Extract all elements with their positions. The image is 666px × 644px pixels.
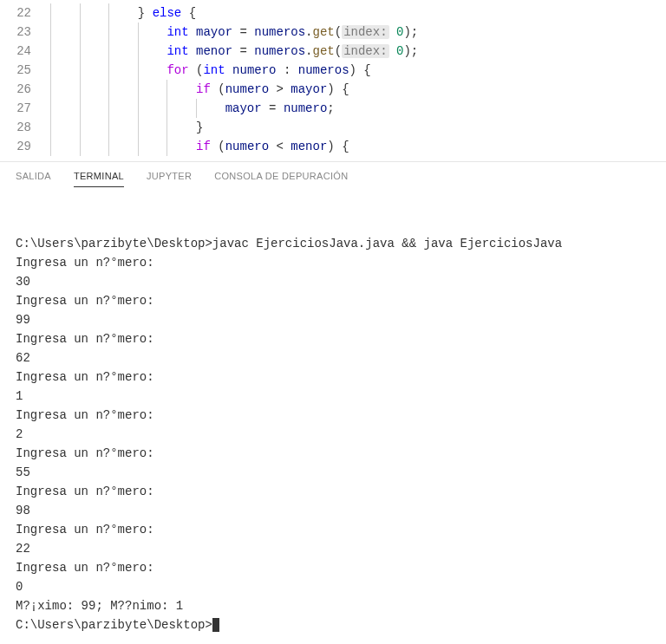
- terminal-cursor: [212, 618, 219, 632]
- line-number: 28: [0, 118, 50, 137]
- token-type: int: [166, 44, 188, 58]
- panel-tab-terminal[interactable]: TERMINAL: [74, 171, 124, 187]
- token-tx: =: [232, 44, 254, 58]
- terminal-line: 0: [16, 577, 650, 596]
- line-number: 27: [0, 99, 50, 118]
- line-number: 22: [0, 3, 50, 23]
- terminal-line: 22: [16, 539, 650, 558]
- token-type: int: [203, 63, 225, 77]
- terminal-output[interactable]: C:\Users\parzibyte\Desktop>javac Ejercic…: [0, 187, 666, 643]
- token-var: numero: [225, 140, 269, 153]
- code-content[interactable]: int mayor = numeros.get(index: 0);: [50, 23, 666, 42]
- token-else: else: [153, 6, 182, 20]
- terminal-line: Ingresa un n?°mero:: [16, 253, 650, 272]
- token-tx: [389, 44, 396, 58]
- token-br: }: [196, 120, 203, 134]
- terminal-line: Ingresa un n?°mero:: [16, 444, 650, 463]
- code-line[interactable]: 23 int mayor = numeros.get(index: 0);: [0, 23, 666, 42]
- token-var: numeros: [254, 25, 305, 39]
- token-tx: [189, 25, 196, 39]
- code-content[interactable]: if (numero > mayor) {: [50, 80, 666, 99]
- terminal-line: 1: [16, 387, 650, 406]
- token-var: numero: [284, 101, 327, 115]
- code-line[interactable]: 25 for (int numero : numeros) {: [0, 61, 666, 80]
- panel-tab-consola-de-depuración[interactable]: CONSOLA DE DEPURACIÓN: [214, 171, 348, 187]
- code-line[interactable]: 28 }: [0, 118, 666, 137]
- token-if: if: [196, 140, 211, 153]
- code-content[interactable]: }: [50, 118, 666, 137]
- token-var: numero: [232, 63, 276, 77]
- panel-tab-jupyter[interactable]: JUPYTER: [147, 171, 192, 187]
- token-tx: (: [335, 44, 342, 58]
- token-tx: [189, 44, 196, 58]
- terminal-prompt: C:\Users\parzibyte\Desktop>: [16, 618, 212, 632]
- terminal-line: 98: [16, 501, 650, 520]
- token-tx: :: [277, 63, 298, 77]
- terminal-line: Ingresa un n?°mero:: [16, 368, 650, 387]
- line-number: 25: [0, 61, 50, 80]
- token-tx: ) {: [327, 82, 349, 96]
- code-content[interactable]: if (numero < menor) {: [50, 137, 666, 156]
- code-line[interactable]: 22 } else {: [0, 3, 666, 23]
- token-br: }: [138, 6, 153, 20]
- line-number: 24: [0, 42, 50, 61]
- token-var: menor: [291, 140, 327, 153]
- code-content[interactable]: for (int numero : numeros) {: [50, 61, 666, 80]
- token-tx: );: [403, 25, 418, 39]
- token-tx: (: [335, 25, 342, 39]
- terminal-line: Ingresa un n?°mero:: [16, 520, 650, 539]
- terminal-line: M?¡ximo: 99; M??nimo: 1: [16, 596, 650, 615]
- terminal-prompt-line[interactable]: C:\Users\parzibyte\Desktop>: [16, 615, 650, 634]
- panel-tabs: SALIDATERMINALJUPYTERCONSOLA DE DEPURACI…: [0, 161, 666, 187]
- token-tx: [225, 63, 232, 77]
- token-var: mayor: [225, 101, 262, 115]
- token-tx: .: [305, 44, 312, 58]
- token-tx: ) {: [349, 63, 371, 77]
- token-tx: (: [211, 140, 225, 153]
- token-tx: <: [269, 140, 291, 153]
- token-tx: =: [232, 25, 254, 39]
- token-hint: index:: [342, 44, 388, 58]
- terminal-line: 30: [16, 272, 650, 291]
- code-line[interactable]: 29 if (numero < menor) {: [0, 137, 666, 156]
- token-hint: index:: [342, 25, 388, 39]
- code-editor[interactable]: 22 } else {23 int mayor = numeros.get(in…: [0, 0, 666, 161]
- line-number: 26: [0, 80, 50, 99]
- token-var: numeros: [254, 44, 305, 58]
- terminal-line: Ingresa un n?°mero:: [16, 329, 650, 348]
- token-var: numero: [225, 82, 269, 96]
- token-tx: (: [189, 63, 204, 77]
- token-meth: get: [313, 25, 335, 39]
- token-tx: ) {: [327, 140, 349, 153]
- terminal-line: [16, 215, 650, 234]
- line-number: 29: [0, 137, 50, 156]
- code-line[interactable]: 24 int menor = numeros.get(index: 0);: [0, 42, 666, 61]
- code-content[interactable]: int menor = numeros.get(index: 0);: [50, 42, 666, 61]
- code-content[interactable]: mayor = numero;: [50, 99, 666, 118]
- line-number: 23: [0, 23, 50, 42]
- terminal-line: Ingresa un n?°mero:: [16, 558, 650, 577]
- token-var: mayor: [291, 82, 327, 96]
- token-tx: (: [211, 82, 225, 96]
- terminal-line: 99: [16, 310, 650, 329]
- token-tx: [389, 25, 396, 39]
- token-for: for: [166, 63, 188, 77]
- token-type: int: [166, 25, 188, 39]
- token-if: if: [196, 82, 211, 96]
- terminal-line: 2: [16, 425, 650, 444]
- code-line[interactable]: 26 if (numero > mayor) {: [0, 80, 666, 99]
- terminal-line: 55: [16, 463, 650, 482]
- token-meth: get: [313, 44, 335, 58]
- terminal-line: Ingresa un n?°mero:: [16, 406, 650, 425]
- token-tx: >: [269, 82, 291, 96]
- token-var: menor: [196, 44, 232, 58]
- terminal-line: 62: [16, 348, 650, 368]
- code-content[interactable]: } else {: [50, 3, 666, 23]
- token-tx: .: [305, 25, 312, 39]
- token-br: {: [181, 6, 196, 20]
- token-tx: );: [403, 44, 418, 58]
- code-line[interactable]: 27 mayor = numero;: [0, 99, 666, 118]
- token-var: mayor: [196, 25, 232, 39]
- panel-tab-salida[interactable]: SALIDA: [16, 171, 51, 187]
- terminal-line: Ingresa un n?°mero:: [16, 482, 650, 501]
